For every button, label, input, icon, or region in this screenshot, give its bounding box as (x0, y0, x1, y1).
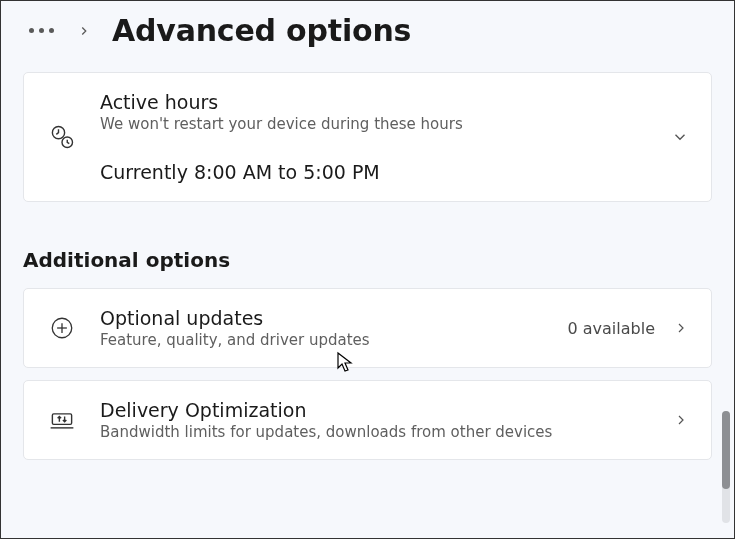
active-hours-status: Currently 8:00 AM to 5:00 PM (100, 161, 649, 183)
delivery-optimization-subtitle: Bandwidth limits for updates, downloads … (100, 423, 651, 441)
breadcrumb-header: Advanced options (1, 1, 734, 72)
delivery-optimization-card[interactable]: Delivery Optimization Bandwidth limits f… (23, 380, 712, 460)
card-body: Optional updates Feature, quality, and d… (100, 307, 546, 349)
chevron-right-icon (70, 17, 98, 45)
optional-updates-subtitle: Feature, quality, and driver updates (100, 331, 546, 349)
scrollbar-thumb[interactable] (722, 411, 730, 489)
svg-rect-5 (52, 414, 71, 425)
chevron-right-icon (673, 320, 689, 336)
optional-updates-title: Optional updates (100, 307, 546, 329)
clock-gear-icon (46, 121, 78, 153)
optional-updates-count: 0 available (568, 319, 655, 338)
page-title: Advanced options (112, 13, 411, 48)
scrollbar[interactable] (722, 411, 730, 523)
content-area: Active hours We won't restart your devic… (1, 72, 734, 460)
additional-options-heading: Additional options (23, 248, 712, 272)
active-hours-card[interactable]: Active hours We won't restart your devic… (23, 72, 712, 202)
expand-control[interactable] (671, 128, 689, 146)
card-body: Delivery Optimization Bandwidth limits f… (100, 399, 651, 441)
ellipsis-icon (29, 28, 34, 33)
chevron-right-icon (673, 412, 689, 428)
download-upload-icon (46, 404, 78, 436)
plus-circle-icon (46, 312, 78, 344)
active-hours-subtitle: We won't restart your device during thes… (100, 115, 649, 133)
card-body: Active hours We won't restart your devic… (100, 91, 649, 183)
optional-updates-card[interactable]: Optional updates Feature, quality, and d… (23, 288, 712, 368)
chevron-down-icon (671, 128, 689, 146)
delivery-optimization-title: Delivery Optimization (100, 399, 651, 421)
breadcrumb-more-button[interactable] (21, 20, 62, 41)
active-hours-title: Active hours (100, 91, 649, 113)
